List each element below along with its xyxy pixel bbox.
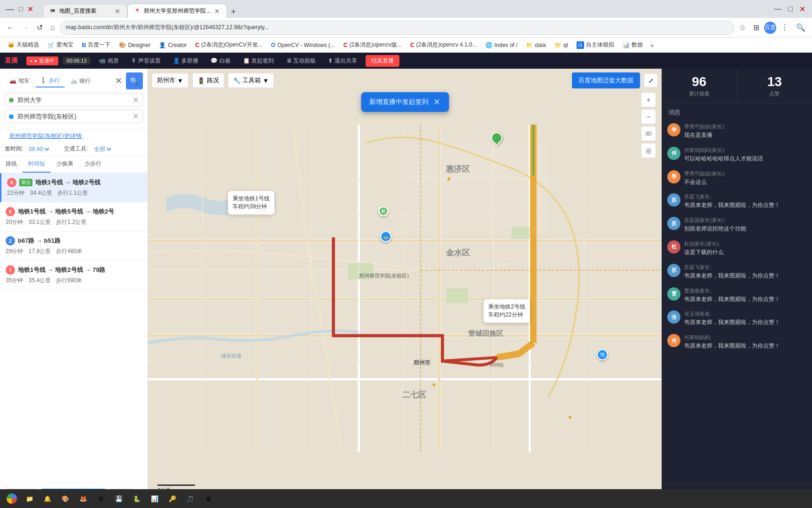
- bookmark-opencv1[interactable]: C (2条消息)OpenCV开发...: [191, 40, 266, 50]
- end-input[interactable]: [17, 113, 133, 120]
- bookmark-opencv3[interactable]: C (2条消息)opencv版...: [340, 40, 406, 50]
- 3d-btn[interactable]: 3D: [641, 126, 656, 141]
- maximize-window[interactable]: □: [785, 4, 796, 14]
- taskbar-settings[interactable]: ⚙: [93, 491, 109, 507]
- menu-btn[interactable]: ⋮: [778, 21, 791, 34]
- filter-transfer[interactable]: 少换乘: [51, 156, 79, 173]
- taskbar-files[interactable]: 📁: [22, 491, 38, 507]
- bookmark-data[interactable]: 📁 data: [522, 40, 549, 50]
- tab1-close[interactable]: ✕: [114, 8, 121, 15]
- refresh-btn[interactable]: ↺: [34, 21, 46, 34]
- bookmark-data2[interactable]: 📊 数据: [619, 40, 647, 50]
- maximize-btn[interactable]: □: [17, 4, 24, 14]
- live-whiteboard-btn[interactable]: 💬 白板: [207, 56, 234, 66]
- live-interact-btn[interactable]: 🖥 互动面板: [282, 56, 320, 66]
- route-item-3[interactable]: 2 b67路 → b51路 29分钟 17.9公里 步行480米: [0, 231, 148, 261]
- bookmark-aitaobao[interactable]: 🛒 爱淘宝: [44, 40, 77, 50]
- bus-icon-2: 地: [597, 349, 608, 360]
- msg10-sender: 何家锦妈妈:: [684, 334, 806, 341]
- bookmark-star[interactable]: ☆: [736, 21, 749, 34]
- bookmark-baidu[interactable]: B 百度一下: [78, 40, 114, 50]
- route-item-1[interactable]: 6 最佳 地铁1号线 → 地铁2号线 22分钟 34.4公里 步行1.1公里: [0, 173, 148, 202]
- likes-stat: 13 点赞: [737, 69, 812, 103]
- panel-search-btn[interactable]: 🔍: [126, 72, 143, 89]
- taskbar-music[interactable]: 🎵: [182, 491, 198, 507]
- map-area[interactable]: 须水街道 惠济区 金水区 管城回族区 二: [148, 69, 662, 508]
- location-btn[interactable]: ◎: [641, 143, 656, 158]
- taskbar-monitor[interactable]: 🖥: [200, 491, 216, 507]
- live-audio-btn[interactable]: 🎙 声音设置: [127, 56, 164, 66]
- profile-btn[interactable]: 百度: [764, 22, 776, 34]
- bookmark-sim[interactable]: 自 自主体模拟: [573, 40, 618, 50]
- designer-icon: 🎨: [119, 42, 126, 48]
- transport-tab-drive[interactable]: 🚗 驾车: [5, 75, 34, 87]
- msg5-sender: 苏磊国家长(家长):: [684, 217, 806, 224]
- tab2-close[interactable]: ✕: [213, 8, 221, 15]
- taskbar-key[interactable]: 🔑: [164, 491, 180, 507]
- detail-link[interactable]: 郑州师范学院(东校区)'的详情: [5, 131, 86, 141]
- start-input[interactable]: [17, 96, 133, 103]
- tab1-favicon: 🗺: [49, 8, 56, 15]
- bookmark-opencv2[interactable]: O OpenCV - Windows (...: [267, 40, 339, 50]
- transport-tab-bike[interactable]: 🚲 骑行: [66, 75, 95, 87]
- tab-2[interactable]: 📍 郑州大学至郑州师范学院... ✕: [127, 4, 227, 18]
- home-btn[interactable]: ⌂: [47, 22, 58, 34]
- search-bar-btn[interactable]: 🔍: [793, 21, 808, 34]
- transport-select[interactable]: 全部: [92, 145, 113, 153]
- address-bar[interactable]: map.baidu.com/dir/郑州大学/郑州师范学院(东校区)/@1264…: [60, 21, 734, 35]
- minimize-window[interactable]: —: [771, 4, 784, 14]
- taskbar-chrome[interactable]: [4, 491, 20, 507]
- bookmark-qt[interactable]: 📁 qt: [551, 40, 572, 50]
- zoom-out-btn[interactable]: −: [641, 109, 656, 124]
- close-btn-window[interactable]: ✕: [25, 4, 35, 15]
- messages-list: 季 季秀芍姐姐(家长): 现在是直播 何 何家锦妈妈(家长): 可以哈哈哈哈哈得…: [662, 119, 812, 485]
- notif-close-btn[interactable]: ✕: [433, 97, 440, 107]
- message-7: 苏 苏磊飞家长: 韦原来老师，我来围观啦，为你点赞！: [662, 260, 812, 284]
- route-item-4[interactable]: 7 地铁1号线 → 地铁2号线 → 79路 35分钟 35.4公里 步行690米: [0, 261, 148, 290]
- city-selector[interactable]: 郑州市 ▼: [152, 73, 188, 88]
- departure-time-select[interactable]: 08:40: [27, 145, 51, 153]
- tab1-title: 地图_百度搜索: [59, 7, 111, 15]
- taskbar-python[interactable]: 🐍: [129, 491, 145, 507]
- live-checkin-btn[interactable]: 📋 发起签到: [239, 56, 278, 66]
- minimize-btn[interactable]: —: [4, 3, 16, 15]
- map-expand-btn[interactable]: ⤢: [644, 73, 658, 87]
- live-end-btn[interactable]: 结束直播: [366, 55, 399, 67]
- taskbar-firefox[interactable]: 🦊: [75, 491, 91, 507]
- bookmark-indexof[interactable]: 🌐 Index of /: [482, 40, 521, 50]
- taskbar-notification[interactable]: 🔔: [39, 491, 55, 507]
- new-tab-btn[interactable]: +: [229, 6, 238, 18]
- panel-close-btn[interactable]: ✕: [112, 75, 125, 87]
- filter-route[interactable]: 路线: [0, 156, 23, 173]
- filters-row: 发时间: 08:40 交通工具: 全部: [0, 142, 148, 156]
- live-multi-btn[interactable]: 👤 多群播: [169, 56, 202, 66]
- taskbar-excel[interactable]: 📊: [147, 491, 163, 507]
- bookmark-opencv4[interactable]: C (2条消息)opencv 4.1.0...: [406, 40, 481, 50]
- bookmarks-overflow[interactable]: »: [648, 40, 657, 50]
- start-clear-icon[interactable]: ✕: [133, 95, 139, 104]
- forward-btn[interactable]: →: [19, 22, 32, 34]
- bookmark-designer[interactable]: 🎨 Designer: [115, 40, 154, 50]
- back-btn[interactable]: ←: [4, 22, 17, 34]
- transport-tab-walk[interactable]: 🚶 步行: [35, 75, 65, 87]
- extensions-btn[interactable]: ⊞: [750, 21, 762, 34]
- migrate-btn[interactable]: 百度地图迁徙大数据: [572, 72, 640, 88]
- bookmark-tianmao[interactable]: 🐱 天猫精选: [4, 40, 43, 50]
- end-clear-icon[interactable]: ✕: [133, 112, 139, 121]
- taskbar-save[interactable]: 💾: [111, 491, 127, 507]
- close-window[interactable]: ✕: [796, 4, 808, 15]
- route-item-2[interactable]: 6 地铁1号线 → 地铁5号线 → 地铁2号 20分钟 33.1公里 步行1.2…: [0, 202, 148, 231]
- route-condition-btn[interactable]: 🚦 路况: [192, 73, 224, 88]
- tools-dropdown-icon: ▼: [263, 77, 269, 84]
- tools-btn[interactable]: 🔧 工具箱 ▼: [228, 73, 274, 88]
- drive-label: 驾车: [18, 77, 30, 85]
- baidu-icon: B: [82, 41, 86, 48]
- zoom-in-btn[interactable]: +: [641, 92, 656, 107]
- live-share-btn[interactable]: ⬆ 退出共享: [324, 56, 360, 66]
- bookmark-creator[interactable]: 👤 Creator: [155, 40, 190, 50]
- filter-walk[interactable]: 少步行: [79, 156, 107, 173]
- taskbar-paint[interactable]: 🎨: [57, 491, 73, 507]
- live-video-btn[interactable]: 📹 画质: [95, 56, 122, 66]
- tab-1[interactable]: 🗺 地图_百度搜索 ✕: [43, 4, 127, 18]
- filter-time[interactable]: 时间短: [23, 156, 51, 173]
